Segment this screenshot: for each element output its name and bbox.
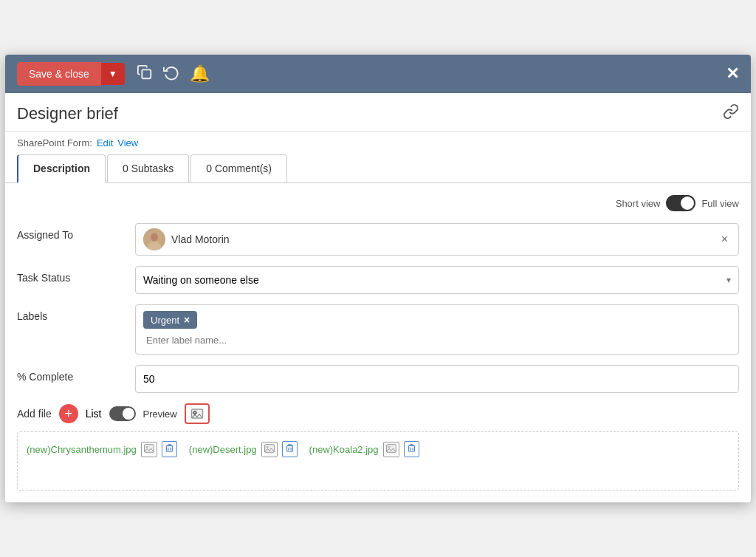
file-view-knob [123,408,134,420]
short-view-label: Short view [616,198,661,209]
svg-rect-11 [264,444,274,452]
page-title: Designer brief [17,104,118,123]
svg-rect-13 [286,445,292,451]
tabs-bar: Description 0 Subtasks 0 Comment(s) [5,154,751,183]
svg-point-7 [145,445,148,448]
file-view-toggle[interactable] [109,406,136,421]
save-close-button[interactable]: Save & close [17,62,101,86]
save-close-dropdown-button[interactable]: ▼ [101,63,125,85]
file-delete-desert[interactable] [282,441,298,457]
view-toggle-switch[interactable] [666,195,695,211]
view-toggle-row: Short view Full view [17,195,739,211]
task-status-label: Task Status [17,266,135,284]
sharepoint-edit-link[interactable]: Edit [97,137,113,148]
toggle-knob [681,197,694,210]
file-preview-chrysanthemum[interactable] [141,442,157,457]
preview-icon-button[interactable] [185,403,210,424]
percent-complete-row: % Complete [17,365,739,393]
preview-label[interactable]: Preview [143,409,177,420]
labels-field: Urgent × [135,304,739,355]
file-item-koala: (new)Koala2.jpg [309,441,419,457]
assigned-to-label: Assigned To [17,223,135,241]
svg-rect-6 [144,444,154,452]
file-name-desert: (new)Desert.jpg [189,444,257,455]
assigned-to-field[interactable]: Vlad Motorin × [135,223,739,256]
add-file-button[interactable]: + [59,404,78,423]
svg-rect-8 [166,445,172,451]
tag-remove-button[interactable]: × [184,314,190,326]
label-tag-urgent: Urgent × [143,311,197,329]
percent-complete-label: % Complete [17,365,135,383]
add-file-label: Add file [17,408,52,420]
file-delete-koala[interactable] [404,441,419,457]
add-file-row: Add file + List Preview [17,403,739,424]
file-name-koala: (new)Koala2.jpg [309,444,379,455]
sharepoint-bar: SharePoint Form: Edit View [5,131,751,154]
save-close-group[interactable]: Save & close ▼ [17,62,125,86]
svg-point-17 [388,445,390,448]
assigned-to-row: Assigned To Vlad Motorin × [17,223,739,256]
file-grid: (new)Chrysanthemum.jpg [17,431,739,491]
assigned-name: Vlad Motorin [171,233,712,245]
list-label: List [86,408,102,420]
link-icon[interactable] [723,103,739,123]
svg-point-5 [193,411,196,414]
percent-complete-input[interactable] [135,365,739,393]
bell-icon[interactable]: 🔔 [190,64,210,83]
svg-rect-18 [408,445,414,451]
history-icon[interactable] [163,64,179,84]
svg-rect-16 [386,444,396,452]
percent-complete-field[interactable] [135,365,739,393]
sharepoint-label: SharePoint Form: [17,137,92,148]
tag-name: Urgent [151,315,179,326]
svg-point-2 [151,233,158,242]
svg-rect-0 [142,69,151,78]
task-status-field[interactable]: Waiting on someone else ▾ [135,266,739,294]
task-status-value: Waiting on someone else [143,274,259,286]
task-status-select[interactable]: Waiting on someone else ▾ [135,266,739,294]
title-bar: Designer brief [5,93,751,131]
file-preview-desert[interactable] [261,442,278,457]
label-input[interactable] [143,333,731,347]
sharepoint-view-link[interactable]: View [117,137,138,148]
copy-icon[interactable] [137,64,153,84]
file-name-chrysanthemum: (new)Chrysanthemum.jpg [27,444,137,455]
full-view-label: Full view [701,198,739,209]
avatar [143,228,165,250]
remove-assigned-button[interactable]: × [718,231,731,247]
task-status-row: Task Status Waiting on someone else ▾ [17,266,739,294]
header-icons: 🔔 [137,64,210,84]
modal-body: Short view Full view Assigned To [5,183,751,502]
file-delete-chrysanthemum[interactable] [162,441,177,457]
modal-header: Save & close ▼ 🔔 ✕ [5,55,751,93]
tab-comments[interactable]: 0 Comment(s) [190,154,287,182]
labels-row: Labels Urgent × [17,304,739,355]
labels-label: Labels [17,304,135,322]
svg-point-12 [266,445,268,448]
select-arrow-icon: ▾ [726,275,731,285]
modal-container: Save & close ▼ 🔔 ✕ Designer brief [5,55,751,502]
tab-subtasks[interactable]: 0 Subtasks [107,154,189,182]
file-preview-koala[interactable] [383,442,399,457]
file-item-chrysanthemum: (new)Chrysanthemum.jpg [27,441,177,457]
tab-description[interactable]: Description [17,154,106,183]
file-item-desert: (new)Desert.jpg [189,441,298,457]
close-button[interactable]: ✕ [726,66,739,82]
